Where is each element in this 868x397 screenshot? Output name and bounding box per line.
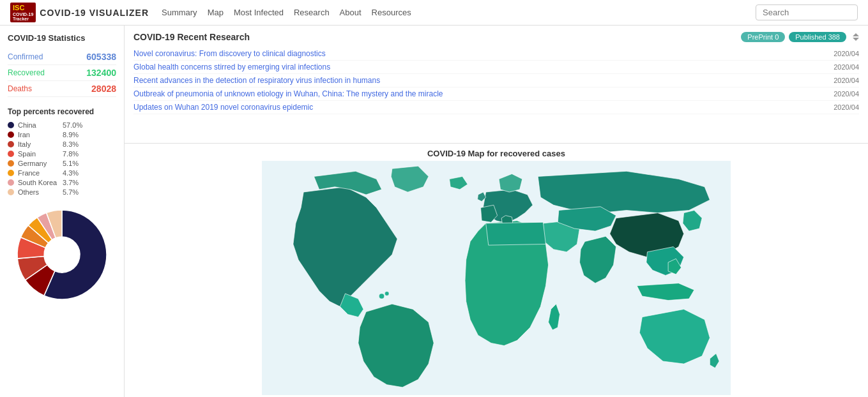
- map-panel: COVID-19 Map for recovered cases: [125, 144, 868, 397]
- legend-dot: [8, 131, 14, 138]
- top-percents-title: Top percents recovered: [8, 107, 116, 116]
- nav-links: Summary Map Most Infected Research About…: [162, 8, 756, 17]
- legend-name: Iran: [18, 131, 63, 139]
- legend-item: France 4.3%: [8, 169, 116, 177]
- svg-point-2: [385, 292, 389, 296]
- nav-resources[interactable]: Resources: [372, 8, 411, 17]
- legend-item: Italy 8.3%: [8, 140, 116, 148]
- stats-section: COVID-19 Statistics Confirmed 605338 Rec…: [8, 33, 116, 97]
- nav-about[interactable]: About: [340, 8, 362, 17]
- scroll-down-icon[interactable]: [853, 38, 859, 41]
- scroll-up-icon[interactable]: [853, 33, 859, 36]
- confirmed-value: 605338: [86, 52, 116, 62]
- stats-title: COVID-19 Statistics: [8, 33, 116, 43]
- legend-name: Italy: [18, 140, 63, 148]
- legend-item: Germany 5.1%: [8, 160, 116, 167]
- search-input[interactable]: [756, 4, 858, 20]
- pie-center: [45, 238, 79, 271]
- legend-pct: 57.0%: [63, 121, 82, 129]
- research-date: 2020/04: [834, 50, 859, 57]
- legend-item: South Korea 3.7%: [8, 179, 116, 186]
- legend-dot: [8, 189, 14, 195]
- research-date: 2020/04: [834, 77, 859, 84]
- research-item: Novel coronavirus: From discovery to cli…: [133, 47, 859, 61]
- preprint-badge[interactable]: PrePrint 0: [741, 32, 785, 42]
- svg-point-1: [379, 294, 385, 299]
- legend-name: China: [18, 121, 63, 129]
- research-link[interactable]: Global health concerns stirred by emergi…: [133, 63, 330, 71]
- research-panel: COVID-19 Recent Research PrePrint 0 Publ…: [125, 26, 868, 144]
- legend-item: China 57.0%: [8, 121, 116, 129]
- research-list[interactable]: Novel coronavirus: From discovery to cli…: [133, 47, 859, 137]
- map-title: COVID-19 Map for recovered cases: [125, 144, 868, 161]
- navbar: ISC COVID-19Tracker COVID-19 VISUALIZER …: [0, 0, 868, 26]
- research-title: COVID-19 Recent Research: [133, 32, 250, 42]
- recovered-row: Recovered 132400: [8, 65, 116, 81]
- deaths-label: Deaths: [8, 84, 32, 93]
- isc-subtitle: COVID-19Tracker: [13, 12, 33, 21]
- confirmed-row: Confirmed 605338: [8, 49, 116, 65]
- isc-text: ISC: [13, 4, 24, 11]
- research-date: 2020/04: [834, 63, 859, 71]
- legend-name: France: [18, 169, 63, 177]
- research-date: 2020/04: [834, 90, 859, 98]
- nav-map[interactable]: Map: [208, 8, 224, 17]
- research-link[interactable]: Recent advances in the detection of resp…: [133, 76, 380, 85]
- legend-dot: [8, 170, 14, 176]
- legend-name: Germany: [18, 160, 63, 167]
- research-link[interactable]: Outbreak of pneumonia of unknown etiolog…: [133, 89, 443, 98]
- site-title: COVID-19 VISUALIZER: [40, 8, 149, 18]
- legend-dot: [8, 160, 14, 167]
- legend-pct: 4.3%: [63, 169, 79, 177]
- legend-item: Iran 8.9%: [8, 131, 116, 139]
- nav-research[interactable]: Research: [294, 8, 330, 17]
- legend-pct: 5.1%: [63, 160, 79, 167]
- research-item: Recent advances in the detection of resp…: [133, 74, 859, 87]
- right-area: COVID-19 Recent Research PrePrint 0 Publ…: [125, 26, 868, 397]
- legend-pct: 8.3%: [63, 140, 79, 148]
- left-panel: COVID-19 Statistics Confirmed 605338 Rec…: [0, 26, 125, 397]
- research-item: Outbreak of pneumonia of unknown etiolog…: [133, 87, 859, 101]
- logo: ISC COVID-19Tracker COVID-19 VISUALIZER: [10, 3, 149, 22]
- research-badges: PrePrint 0 Published 388: [741, 32, 859, 42]
- deaths-row: Deaths 28028: [8, 81, 116, 97]
- research-scroll-controls: [853, 32, 859, 42]
- confirmed-label: Confirmed: [8, 52, 43, 61]
- world-map: [125, 161, 868, 395]
- nav-summary[interactable]: Summary: [162, 8, 197, 17]
- legend-item: Others 5.7%: [8, 188, 116, 196]
- legend-container: China 57.0% Iran 8.9% Italy 8.3% Spain 7…: [8, 121, 116, 196]
- legend-dot: [8, 122, 14, 128]
- deaths-value: 28028: [91, 84, 116, 94]
- pie-chart: [11, 204, 113, 306]
- isc-logo: ISC COVID-19Tracker: [10, 3, 36, 22]
- recovered-label: Recovered: [8, 68, 45, 77]
- legend-pct: 8.9%: [63, 131, 79, 139]
- research-item: Global health concerns stirred by emergi…: [133, 61, 859, 74]
- legend-dot: [8, 179, 14, 186]
- legend-name: Spain: [18, 150, 63, 158]
- research-header: COVID-19 Recent Research PrePrint 0 Publ…: [133, 32, 859, 42]
- legend-pct: 5.7%: [63, 188, 79, 196]
- legend-item: Spain 7.8%: [8, 150, 116, 158]
- research-item: Updates on Wuhan 2019 novel coronavirus …: [133, 101, 859, 114]
- research-link[interactable]: Novel coronavirus: From discovery to cli…: [133, 49, 326, 58]
- legend-name: Others: [18, 188, 63, 196]
- published-badge[interactable]: Published 388: [789, 32, 846, 42]
- recovered-value: 132400: [86, 68, 116, 78]
- research-date: 2020/04: [834, 103, 859, 111]
- legend-pct: 7.8%: [63, 150, 79, 158]
- main-content: COVID-19 Statistics Confirmed 605338 Rec…: [0, 26, 868, 397]
- legend-name: South Korea: [18, 179, 63, 186]
- legend-dot: [8, 151, 14, 157]
- research-link[interactable]: Updates on Wuhan 2019 novel coronavirus …: [133, 103, 313, 112]
- legend-pct: 3.7%: [63, 179, 79, 186]
- pie-chart-area: [8, 204, 116, 306]
- nav-most-infected[interactable]: Most Infected: [234, 8, 284, 17]
- legend-dot: [8, 141, 14, 147]
